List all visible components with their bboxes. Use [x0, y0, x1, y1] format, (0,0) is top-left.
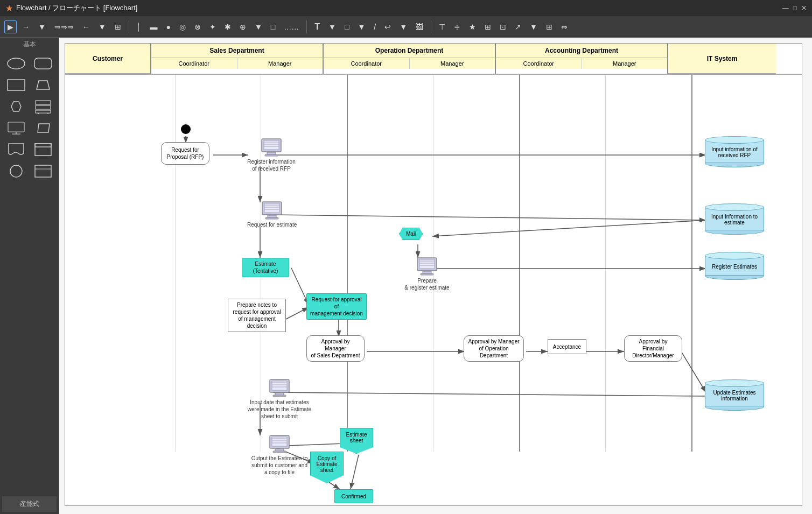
star-tool[interactable]: ✦: [206, 20, 219, 33]
accounting-sub-headers: Coordinator Manager: [496, 58, 667, 69]
curve-tool[interactable]: ↩: [381, 20, 394, 33]
dept-itsystem: IT System: [668, 44, 776, 74]
svg-rect-14: [35, 144, 51, 156]
shape-ellipse[interactable]: [4, 54, 28, 73]
dropdown6[interactable]: ▼: [396, 20, 410, 33]
diagonal-tool[interactable]: /: [370, 20, 379, 33]
dept-itsystem-label: IT System: [668, 44, 776, 74]
sidebar-bottom-label[interactable]: 産能式: [2, 496, 57, 512]
dropdown3[interactable]: ▼: [251, 20, 265, 33]
text-tool[interactable]: T: [311, 20, 323, 34]
circle-outline[interactable]: ◎: [176, 20, 189, 33]
svg-line-41: [351, 455, 359, 489]
frame-tool[interactable]: ⊡: [496, 20, 509, 33]
svg-rect-6: [36, 105, 51, 109]
customer-lane: [65, 75, 176, 452]
operation-coordinator-lane: [348, 75, 434, 452]
toolbar: ▶ → ▼ ⇒⇒⇒ ← ▼ ⊞ │ ▬ ● ◎ ⊗ ✦ ✱ ⊕ ▼ □ …… T…: [0, 16, 812, 38]
grid-plus[interactable]: ⊞: [481, 20, 494, 33]
multi-arrow[interactable]: ⇒⇒⇒: [51, 20, 77, 33]
shape-tool[interactable]: □: [341, 20, 352, 33]
pin-tool[interactable]: ★: [466, 20, 479, 33]
svg-point-0: [8, 58, 25, 69]
shape-grid: [2, 52, 57, 182]
shape-rectangle[interactable]: [4, 76, 28, 94]
header-row: Customer Sales Department Coordinator Ma…: [65, 44, 802, 75]
window-title: Flowchart / フローチャート [Flowchart]: [16, 3, 137, 13]
svg-point-16: [10, 165, 22, 177]
svg-rect-10: [8, 122, 24, 132]
plus-circle[interactable]: ⊕: [236, 20, 249, 33]
shape-hexagon[interactable]: [4, 97, 28, 116]
dept-operation: Operation Department Coordinator Manager: [324, 44, 496, 74]
select-tool[interactable]: ▶: [4, 20, 17, 33]
svg-rect-2: [8, 80, 25, 90]
shape-server[interactable]: [31, 97, 55, 116]
operation-manager: Manager: [410, 58, 495, 69]
copy-estimate-node[interactable]: Copy ofEstimatesheet: [310, 452, 344, 483]
operation-manager-lane: [433, 75, 519, 452]
sales-sub-lane: [176, 75, 347, 452]
output-estimates-label: Output the Estimates tosubmit to custome…: [247, 455, 312, 476]
confirmed-box[interactable]: Confirmed: [334, 489, 373, 503]
asterisk-tool[interactable]: ✱: [221, 20, 234, 33]
dropdown5[interactable]: ▼: [354, 20, 368, 33]
minimize-button[interactable]: —: [782, 4, 789, 12]
dropdown7[interactable]: ▼: [527, 20, 541, 33]
accounting-sub-lane: [520, 75, 691, 452]
accounting-coordinator: Coordinator: [496, 58, 582, 69]
dropdown2[interactable]: ▼: [95, 20, 109, 33]
split-tool[interactable]: ⊞: [543, 20, 556, 33]
copy-estimate-box[interactable]: Copy ofEstimatesheet: [310, 452, 344, 483]
back-arrow[interactable]: ←: [79, 20, 93, 33]
resize-tool[interactable]: ↗: [512, 20, 524, 33]
svg-rect-1: [34, 58, 52, 69]
grid-tool[interactable]: ⊞: [111, 20, 124, 33]
shape-parallelogram[interactable]: [31, 119, 55, 137]
exchange-tool[interactable]: ⇔: [558, 20, 571, 33]
svg-rect-7: [36, 110, 51, 113]
svg-rect-15: [35, 144, 51, 147]
image-tool[interactable]: 🖼: [412, 20, 426, 33]
shape-circle[interactable]: [4, 162, 28, 180]
cross-circle[interactable]: ⊗: [191, 20, 204, 33]
arrow-tool[interactable]: →: [19, 20, 33, 33]
close-button[interactable]: ✕: [801, 4, 807, 12]
dots-tool[interactable]: ……: [281, 20, 302, 33]
dept-sales-label: Sales Department: [151, 44, 323, 58]
lanes-row: [65, 75, 802, 452]
accounting-manager-lane: [606, 75, 691, 452]
svg-line-42: [329, 482, 340, 489]
operation-sub-lane: [348, 75, 519, 452]
align-top[interactable]: ⊤: [436, 20, 449, 33]
shape-frame[interactable]: [31, 140, 55, 159]
square-tool[interactable]: □: [268, 20, 278, 33]
swimlane-diagram: Customer Sales Department Coordinator Ma…: [65, 43, 802, 506]
line-tool[interactable]: │: [134, 20, 145, 33]
sidebar-title: 基本: [23, 40, 36, 49]
svg-marker-3: [37, 81, 50, 89]
shape-document[interactable]: [4, 140, 28, 159]
dropdown4[interactable]: ▼: [325, 20, 339, 33]
shape-rounded-rect[interactable]: [31, 54, 55, 73]
sales-sub-headers: Coordinator Manager: [151, 58, 323, 69]
accounting-lane: [520, 75, 692, 452]
accounting-manager: Manager: [582, 58, 668, 69]
dropdown1[interactable]: ▼: [35, 20, 49, 33]
align-mid[interactable]: ≑: [451, 20, 464, 33]
shape-partial-rect[interactable]: [31, 162, 55, 180]
sales-manager: Manager: [237, 58, 323, 69]
maximize-button[interactable]: □: [793, 4, 797, 12]
svg-rect-5: [36, 101, 51, 104]
shape-trapezoid[interactable]: [31, 76, 55, 94]
dept-accounting-label: Accounting Department: [496, 44, 667, 58]
rect-tool[interactable]: ▬: [146, 20, 160, 33]
canvas-area[interactable]: Customer Sales Department Coordinator Ma…: [59, 38, 812, 514]
confirmed-node[interactable]: Confirmed: [334, 489, 373, 503]
circle-tool[interactable]: ●: [163, 20, 173, 33]
sidebar: 基本: [0, 38, 59, 514]
main-area: 基本: [0, 38, 812, 514]
shape-desktop[interactable]: [4, 119, 28, 137]
dept-customer-label: Customer: [65, 44, 150, 74]
accounting-coordinator-lane: [520, 75, 606, 452]
